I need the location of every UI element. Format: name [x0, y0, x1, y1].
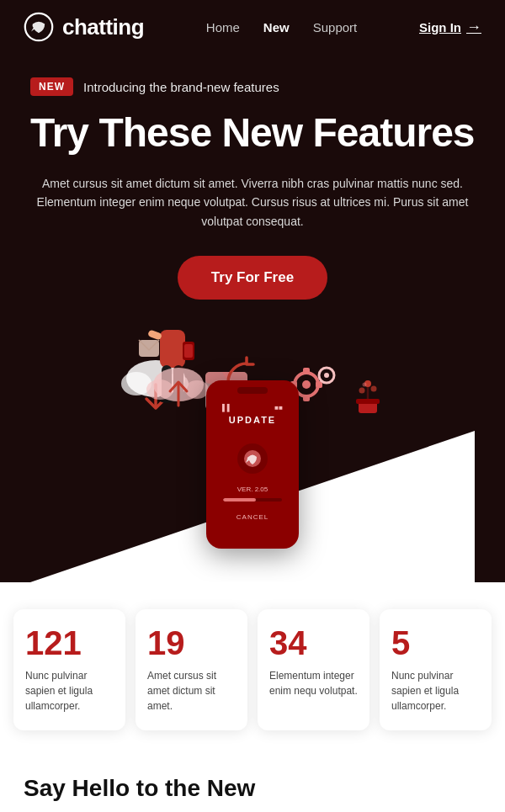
hero-section: NEW Introducing the brand-new features T…: [0, 54, 505, 582]
say-hello-title: Say Hello to the New: [24, 774, 481, 803]
nav-support[interactable]: Support: [313, 20, 358, 34]
phone-mockup: ▌▌ ■■ UPDATE VER. 2.05 CANCEL: [206, 380, 299, 549]
hero-description: Amet cursus sit amet dictum sit amet. Vi…: [34, 174, 471, 231]
phone-cancel-label: CANCEL: [237, 513, 268, 521]
phone-screen-top: ▌▌ ■■: [219, 404, 286, 411]
stat-number-3: 5: [391, 626, 480, 660]
svg-point-39: [359, 387, 365, 393]
stats-section: 121 Nunc pulvinar sapien et ligula ullam…: [0, 582, 505, 757]
svg-point-25: [185, 380, 209, 399]
illustration-container: ▌▌ ■■ UPDATE VER. 2.05 CANCEL: [109, 347, 396, 582]
navbar: chatting Home New Support Sign In →: [0, 0, 505, 54]
stat-card-0: 121 Nunc pulvinar sapien et ligula ullam…: [13, 609, 125, 730]
new-badge: NEW: [30, 77, 73, 96]
stat-desc-3: Nunc pulvinar sapien et ligula ullamcorp…: [391, 668, 480, 714]
svg-rect-30: [303, 395, 310, 401]
stat-number-1: 19: [147, 626, 236, 660]
signin-label: Sign In: [419, 20, 461, 34]
logo-icon: [24, 12, 54, 42]
stat-number-2: 34: [269, 626, 358, 660]
phone-version: VER. 2.05: [237, 486, 268, 493]
battery-indicator: ■■: [274, 404, 283, 411]
signin-arrow-icon: →: [466, 19, 481, 36]
nav-links: Home New Support: [206, 20, 357, 34]
phone-notch: [237, 387, 268, 394]
nav-new[interactable]: New: [263, 20, 290, 34]
phone-progress-bar: [223, 498, 282, 502]
signal-indicator: ▌▌: [222, 404, 231, 411]
logo-area: chatting: [24, 12, 144, 42]
svg-point-40: [371, 385, 377, 391]
stat-desc-1: Amet cursus sit amet dictum sit amet.: [147, 668, 236, 714]
logo-text: chatting: [62, 14, 144, 40]
new-badge-text: Introducing the brand-new features: [83, 80, 279, 94]
stat-card-2: 34 Elementum integer enim nequ volutpat.: [258, 609, 369, 730]
phone-update-label: UPDATE: [229, 415, 276, 425]
cloud-upload-icon: [145, 359, 212, 414]
phone-app-icon: [236, 442, 269, 475]
try-for-free-button[interactable]: Try For Free: [178, 256, 327, 300]
svg-rect-29: [303, 368, 310, 374]
svg-point-41: [363, 382, 367, 386]
stat-card-1: 19 Amet cursus sit amet dictum sit amet.: [136, 609, 247, 730]
plant-icon: [345, 372, 387, 414]
stat-desc-2: Elementum integer enim nequ volutpat.: [269, 668, 358, 698]
say-hello-section: Say Hello to the New: [0, 757, 505, 803]
badge-row: NEW Introducing the brand-new features: [30, 77, 475, 96]
svg-point-24: [146, 379, 173, 400]
hero-illustration: ▌▌ ■■ UPDATE VER. 2.05 CANCEL: [30, 330, 475, 582]
phone-progress-fill: [223, 498, 256, 502]
svg-point-28: [302, 380, 311, 389]
stat-number-0: 121: [25, 626, 114, 660]
signin-button[interactable]: Sign In →: [419, 19, 481, 36]
svg-point-34: [324, 373, 329, 378]
stat-card-3: 5 Nunc pulvinar sapien et ligula ullamco…: [380, 609, 492, 730]
stat-desc-0: Nunc pulvinar sapien et ligula ullamcorp…: [25, 668, 114, 714]
nav-home[interactable]: Home: [206, 20, 240, 34]
svg-rect-36: [356, 399, 380, 404]
hero-title: Try These New Features: [30, 111, 475, 156]
